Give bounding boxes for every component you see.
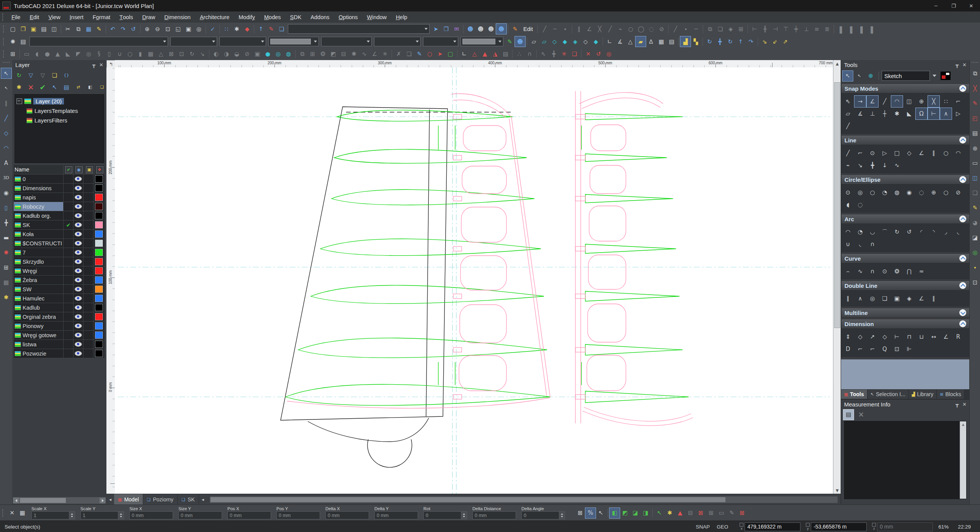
filter-set-icon[interactable]: {} bbox=[61, 70, 72, 80]
menu-dimension[interactable]: Dimension bbox=[160, 11, 195, 23]
angle-tool-icon[interactable]: ∠ bbox=[584, 24, 595, 34]
circle-tan-arc-icon[interactable]: ◔ bbox=[879, 186, 891, 199]
dline-rot-rect-icon[interactable]: ◈ bbox=[903, 292, 915, 305]
rotate-3d-icon[interactable]: ↻ bbox=[187, 49, 197, 59]
insert-3d-icon[interactable]: 3D bbox=[1, 173, 11, 183]
layer-visible-cell[interactable] bbox=[74, 303, 83, 312]
list-view-icon[interactable]: ▤ bbox=[843, 410, 854, 420]
chart-mini-icon[interactable]: ▚ bbox=[691, 36, 701, 47]
layer-row[interactable]: Dimensions bbox=[14, 184, 105, 193]
pick-dash-icon[interactable]: ─ bbox=[691, 24, 701, 34]
collapse-icon[interactable] bbox=[959, 85, 966, 92]
angle-measure-icon[interactable]: △ bbox=[625, 36, 635, 47]
snap-quadrant-icon[interactable]: ◫ bbox=[903, 95, 915, 108]
layer-row[interactable]: Skrzydlo bbox=[14, 257, 105, 266]
eye-icon[interactable] bbox=[75, 213, 82, 218]
layer-color-swatch[interactable] bbox=[95, 350, 103, 357]
collapse-icon[interactable] bbox=[959, 309, 966, 316]
line-polygon-icon[interactable]: ○ bbox=[940, 147, 952, 159]
layer-color-swatch[interactable] bbox=[95, 331, 103, 339]
layer-visible-cell[interactable] bbox=[74, 294, 83, 303]
tree-collapse-icon[interactable] bbox=[16, 98, 22, 104]
ellipse-arc-icon[interactable]: ◖ bbox=[842, 199, 854, 211]
layer-color-swatch[interactable] bbox=[95, 304, 103, 311]
dim-angular-icon[interactable]: ∠ bbox=[940, 331, 952, 343]
name-column-header[interactable]: Name bbox=[14, 165, 64, 174]
scroll-thumb[interactable] bbox=[834, 82, 840, 328]
chevron-down-icon[interactable] bbox=[497, 37, 503, 46]
curve-sketch-icon[interactable]: ≈ bbox=[915, 265, 928, 277]
x-coord-toggle[interactable]: x bbox=[740, 523, 743, 530]
pick-arrow-icon[interactable]: ➤ bbox=[435, 49, 445, 59]
chevron-down-icon[interactable] bbox=[260, 37, 266, 46]
menu-modes[interactable]: Modes bbox=[260, 11, 286, 23]
align-top-icon[interactable]: ⊤ bbox=[781, 24, 791, 34]
frame-check-icon[interactable]: ▢ bbox=[445, 49, 456, 59]
layer-color-cell[interactable] bbox=[93, 202, 105, 211]
menu-file[interactable]: File bbox=[7, 11, 25, 23]
pick-line-icon[interactable]: ╱ bbox=[670, 24, 681, 34]
undo-history-icon[interactable]: ↺ bbox=[128, 24, 139, 34]
size-y-field[interactable]: Size Y 0 mm bbox=[178, 506, 222, 519]
ellipse-rotated-icon[interactable]: ⊘ bbox=[952, 186, 964, 199]
snap-magnetic-icon[interactable]: Ω bbox=[915, 108, 928, 120]
snap-angle-icon[interactable]: ◣ bbox=[903, 108, 915, 120]
pen-box-icon[interactable]: ✎ bbox=[727, 508, 737, 518]
close-icon[interactable]: ✕ bbox=[99, 62, 103, 68]
field-value[interactable]: 0 mm bbox=[375, 513, 418, 518]
circle-select-icon[interactable]: ◯ bbox=[636, 24, 646, 34]
brush-tool-icon[interactable]: ▬ bbox=[1, 232, 11, 243]
zoom-page-icon[interactable]: ▣ bbox=[183, 24, 194, 34]
dim-vertical-icon[interactable]: ⇕ bbox=[842, 331, 854, 343]
layer-name[interactable]: Koła bbox=[23, 231, 34, 237]
point-grid-icon[interactable]: ∷ bbox=[221, 24, 232, 34]
snap-horizontal-icon[interactable]: ┼ bbox=[879, 108, 891, 120]
undo-icon[interactable]: ↶ bbox=[108, 24, 118, 34]
copy-icon[interactable]: ⧉ bbox=[73, 24, 83, 34]
collaborate-icon-1[interactable]: ☻ bbox=[465, 24, 475, 34]
header-check-icon[interactable]: ✔ bbox=[64, 165, 74, 174]
spinner[interactable] bbox=[461, 512, 467, 519]
paste-icon[interactable]: ▦ bbox=[83, 24, 94, 34]
circle-center-icon[interactable]: ⊙ bbox=[842, 186, 854, 199]
rotate-arc-icon[interactable]: ↷ bbox=[746, 36, 756, 47]
layer-color-swatch[interactable] bbox=[95, 194, 103, 201]
eye-icon[interactable] bbox=[75, 314, 82, 319]
snap-tangent-icon[interactable]: ∡ bbox=[854, 108, 866, 120]
edit-segment-icon[interactable]: ─ bbox=[550, 24, 560, 34]
layer-visible-cell[interactable] bbox=[74, 248, 83, 257]
delta-angle-field[interactable]: Delta Angle 0 bbox=[521, 506, 565, 519]
eye-icon[interactable] bbox=[75, 351, 82, 356]
layer-tree-item[interactable]: LayersTemplates bbox=[16, 106, 102, 116]
page-flag-icon[interactable]: ❏ bbox=[569, 49, 580, 59]
field-value[interactable]: 0 mm bbox=[277, 513, 320, 518]
layer-color-swatch[interactable] bbox=[95, 230, 103, 238]
menu-architecture[interactable]: Architecture bbox=[195, 11, 234, 23]
no-snap-icon[interactable]: ⇖ bbox=[842, 95, 854, 108]
assemble-move-icon[interactable]: ⇘ bbox=[760, 36, 770, 47]
chevron-down-icon[interactable] bbox=[452, 37, 458, 46]
dim-chain-icon[interactable]: ↔ bbox=[928, 331, 940, 343]
sweep-3d-icon[interactable]: ◇ bbox=[549, 36, 560, 47]
solid-blend-icon[interactable]: ◐ bbox=[211, 49, 221, 59]
menu-sdk[interactable]: SDK bbox=[286, 11, 306, 23]
snap-grid-icon[interactable]: ∷ bbox=[940, 95, 952, 108]
layer-color-swatch[interactable] bbox=[95, 286, 103, 293]
layer-row[interactable]: SK ✔ bbox=[14, 220, 105, 230]
layer-lock-cell[interactable] bbox=[83, 211, 93, 220]
tab-scroll-left-icon[interactable]: ◂ bbox=[106, 495, 114, 504]
delta-x-field[interactable]: Delta X 0 mm bbox=[325, 506, 369, 519]
arc-quarter-1-icon[interactable]: ◜ bbox=[915, 226, 928, 238]
eye-icon[interactable] bbox=[75, 277, 82, 282]
menu-modify[interactable]: Modify bbox=[234, 11, 260, 23]
menu-options[interactable]: Options bbox=[334, 11, 363, 23]
scroll-right-icon[interactable] bbox=[100, 498, 106, 503]
prim-screw-icon[interactable]: § bbox=[94, 49, 104, 59]
layer-visible-cell[interactable] bbox=[74, 184, 83, 193]
format-painter-icon[interactable]: ✎ bbox=[94, 24, 104, 34]
eye-icon[interactable] bbox=[75, 296, 82, 301]
select-tool-icon[interactable]: ↖ bbox=[1, 68, 11, 78]
layer-color-swatch[interactable] bbox=[95, 341, 103, 348]
eye-icon[interactable] bbox=[75, 268, 82, 273]
maximize-button[interactable]: ❐ bbox=[945, 0, 962, 11]
